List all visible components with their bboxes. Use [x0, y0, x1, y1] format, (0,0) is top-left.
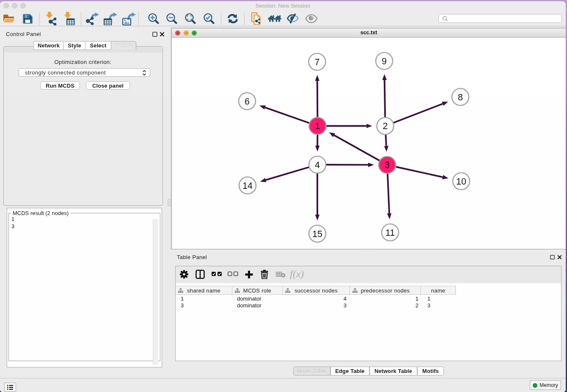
svg-text:3: 3 [385, 160, 390, 170]
svg-text:15: 15 [312, 229, 322, 239]
svg-text:14: 14 [242, 181, 253, 191]
svg-text:7: 7 [315, 57, 320, 67]
svg-text:8: 8 [458, 92, 463, 102]
svg-text:1: 1 [315, 121, 320, 131]
svg-text:4: 4 [315, 160, 320, 170]
svg-text:11: 11 [385, 228, 395, 238]
svg-text:2: 2 [383, 121, 388, 131]
svg-text:10: 10 [456, 177, 466, 187]
svg-text:9: 9 [382, 56, 387, 66]
svg-text:6: 6 [245, 97, 250, 107]
